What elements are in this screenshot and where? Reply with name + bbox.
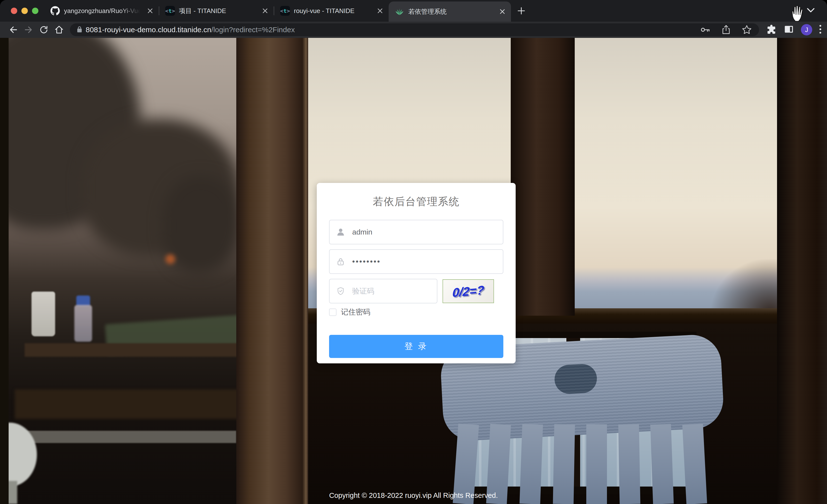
login-card: 若依后台管理系统 0/2=? xyxy=(317,183,516,363)
user-icon xyxy=(336,227,345,237)
chair-handle-cutout xyxy=(554,363,598,395)
menu-dots-icon[interactable] xyxy=(819,23,822,36)
background-paper-cup xyxy=(32,292,55,336)
url-text: 8081-rouyi-vue-demo.cloud.titanide.cn/lo… xyxy=(86,25,295,34)
lock-icon xyxy=(336,257,345,266)
bookmark-star-icon[interactable] xyxy=(741,24,753,36)
tab-title: rouyi-vue - TITANIDE xyxy=(294,7,373,15)
extensions-puzzle-icon[interactable] xyxy=(766,24,777,36)
username-field[interactable] xyxy=(329,220,503,244)
new-tab-button[interactable] xyxy=(515,4,528,18)
captcha-field[interactable] xyxy=(329,279,437,303)
tab-close-icon[interactable] xyxy=(146,7,154,14)
titanide-icon: <t> xyxy=(165,6,175,16)
minimize-window-button[interactable] xyxy=(21,8,28,14)
side-panel-icon[interactable] xyxy=(783,24,794,36)
ruoyi-leaf-icon xyxy=(395,7,404,16)
close-window-button[interactable] xyxy=(11,8,17,14)
profile-avatar[interactable]: J xyxy=(801,24,812,36)
browser-window: yangzongzhuan/RuoYi-Vue: (Ru <t> 项目 - TI… xyxy=(0,0,827,504)
tab-search-chevron-icon[interactable] xyxy=(806,7,816,14)
background-frame-edge xyxy=(0,38,9,504)
back-button[interactable] xyxy=(6,23,20,37)
captcha-input[interactable] xyxy=(352,279,426,303)
login-title: 若依后台管理系统 xyxy=(317,195,516,209)
username-input[interactable] xyxy=(352,220,497,244)
zoom-window-button[interactable] xyxy=(32,8,38,14)
browser-toolbar: 8081-rouyi-vue-demo.cloud.titanide.cn/lo… xyxy=(0,22,827,38)
tab-strip: yangzongzhuan/RuoYi-Vue: (Ru <t> 项目 - TI… xyxy=(0,0,827,22)
tab-close-icon[interactable] xyxy=(261,7,269,14)
login-page: 若依后台管理系统 0/2=? xyxy=(0,38,827,504)
url-path: /login?redirect=%2Findex xyxy=(211,25,295,34)
background-bottle xyxy=(74,305,92,342)
tab-close-icon[interactable] xyxy=(376,7,384,14)
remember-label: 记住密码 xyxy=(341,307,371,317)
address-bar[interactable]: 8081-rouyi-vue-demo.cloud.titanide.cn/lo… xyxy=(70,23,759,36)
window-controls xyxy=(0,8,44,14)
github-icon xyxy=(50,6,60,16)
share-icon[interactable] xyxy=(720,24,732,36)
tab-titanide-project[interactable]: <t> 项目 - TITANIDE xyxy=(159,0,274,22)
remember-checkbox[interactable] xyxy=(329,309,336,316)
tab-github-ruoyi-vue[interactable]: yangzongzhuan/RuoYi-Vue: (Ru xyxy=(44,0,159,22)
password-input[interactable] xyxy=(352,250,497,273)
reload-button[interactable] xyxy=(37,23,51,37)
captcha-text: 0/2=? xyxy=(452,283,485,300)
background-window-sill xyxy=(9,431,236,443)
password-key-icon[interactable] xyxy=(699,24,711,36)
captcha-image[interactable]: 0/2=? xyxy=(443,279,494,303)
tab-title: yangzongzhuan/RuoYi-Vue: (Ru xyxy=(64,7,143,15)
url-host: 8081-rouyi-vue-demo.cloud.titanide.cn xyxy=(86,25,211,34)
forward-button[interactable] xyxy=(22,23,36,37)
hand-cursor-icon xyxy=(790,3,807,23)
shield-check-icon xyxy=(336,286,345,296)
home-button[interactable] xyxy=(52,23,66,37)
login-button[interactable]: 登 录 xyxy=(329,335,503,358)
background-light-flare xyxy=(165,254,175,264)
background-wood-post xyxy=(511,38,575,316)
tab-title: 若依管理系统 xyxy=(408,7,495,16)
copyright-footer: Copyright © 2018-2022 ruoyi.vip All Righ… xyxy=(0,492,827,500)
background-wood-post xyxy=(236,38,308,504)
titanide-icon: <t> xyxy=(280,6,290,16)
remember-password-row[interactable]: 记住密码 xyxy=(329,307,371,317)
background-wood-post xyxy=(777,38,827,504)
tab-titanide-rouyi-vue[interactable]: <t> rouyi-vue - TITANIDE xyxy=(274,0,389,22)
password-field[interactable] xyxy=(329,249,503,274)
lock-icon[interactable] xyxy=(76,25,83,34)
tab-title: 项目 - TITANIDE xyxy=(179,7,257,15)
tab-close-icon[interactable] xyxy=(499,8,506,15)
tab-ruoyi-active[interactable]: 若依管理系统 xyxy=(389,1,511,22)
